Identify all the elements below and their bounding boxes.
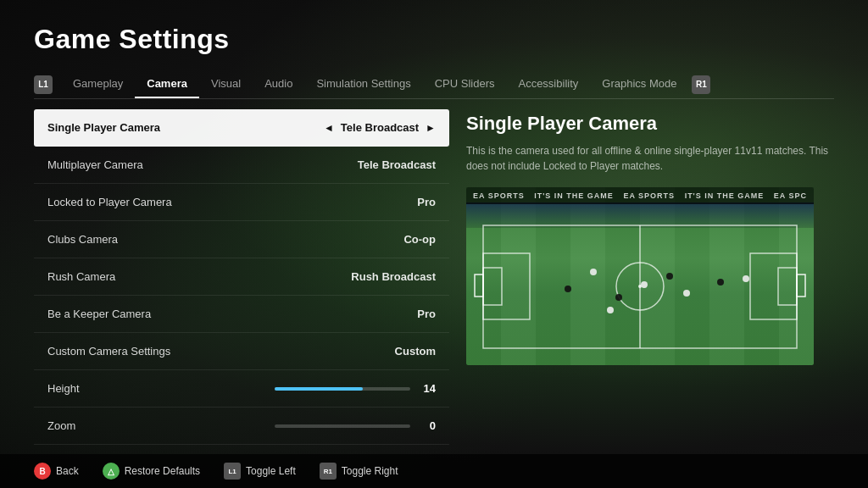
setting-label-multiplayer: Multiplayer Camera [47,158,143,171]
setting-value-single-player: Tele Broadcast [341,121,419,134]
page-title: Game Settings [34,24,834,55]
restore-label: Restore Defaults [125,465,200,477]
svg-rect-5 [483,268,502,305]
setting-label-keeper: Be a Keeper Camera [47,308,151,320]
setting-height[interactable]: Height 14 [34,370,449,408]
arrow-right-icon: ► [426,122,436,134]
svg-point-15 [683,290,690,297]
setting-value-multiplayer: Tele Broadcast [358,158,436,171]
tab-audio[interactable]: Audio [253,70,304,98]
svg-point-12 [615,294,622,301]
svg-rect-4 [483,253,530,319]
info-description: This is the camera used for all offline … [466,143,834,174]
svg-point-11 [590,269,597,275]
tab-simulation[interactable]: Simulation Settings [304,70,422,98]
tab-cpu-sliders[interactable]: CPU Sliders [423,70,507,98]
svg-rect-8 [778,268,797,305]
svg-point-16 [717,279,724,286]
tab-visual[interactable]: Visual [199,70,253,98]
banner-text-3: EA SPORTS [623,191,675,200]
setting-label-clubs: Clubs Camera [47,233,118,246]
svg-rect-9 [797,274,805,297]
svg-point-18 [743,275,749,282]
r1-button[interactable]: R1 [692,75,710,94]
toggle-left-button[interactable]: L1 Toggle Left [224,463,296,480]
setting-value-keeper: Pro [417,308,436,320]
svg-point-10 [565,286,571,292]
svg-point-14 [666,273,673,280]
main-layout: Single Player Camera ◄ Tele Broadcast ► … [34,109,834,445]
tab-gameplay[interactable]: Gameplay [61,70,135,98]
setting-single-player-camera[interactable]: Single Player Camera ◄ Tele Broadcast ► [34,109,449,147]
r1-footer-icon: R1 [320,463,337,480]
setting-value-custom: Custom [395,345,436,358]
setting-locked-player-camera[interactable]: Locked to Player Camera Pro [34,184,449,221]
toggle-right-button[interactable]: R1 Toggle Right [320,463,398,480]
field-lines-svg [466,187,814,365]
tab-camera[interactable]: Camera [135,70,199,98]
setting-value-locked: Pro [417,196,436,208]
arrow-left-icon: ◄ [324,122,334,134]
tab-graphics[interactable]: Graphics Mode [590,70,688,98]
setting-rush-camera[interactable]: Rush Camera Rush Broadcast [34,258,449,296]
height-slider-fill [275,387,363,391]
b-button-icon: B [34,463,51,480]
height-slider-wrap: 14 [80,382,436,395]
info-panel: Single Player Camera This is the camera … [466,109,834,445]
setting-label-custom: Custom Camera Settings [47,345,170,358]
l1-footer-icon: L1 [224,463,241,480]
setting-custom-camera[interactable]: Custom Camera Settings Custom [34,333,449,370]
banner-text-4: IT'S IN THE GAME [685,191,765,200]
setting-multiplayer-camera[interactable]: Multiplayer Camera Tele Broadcast [34,147,449,184]
setting-label-rush: Rush Camera [47,270,115,283]
svg-rect-6 [475,274,483,297]
field-preview: EA SPORTS IT'S IN THE GAME EA SPORTS IT'… [466,187,814,365]
setting-value-clubs: Co-op [403,233,436,246]
svg-point-17 [607,307,614,313]
banner-text-2: IT'S IN THE GAME [534,191,614,200]
setting-label-zoom: Zoom [47,419,75,432]
back-label: Back [56,465,79,477]
toggle-right-label: Toggle Right [342,465,398,477]
l1-button[interactable]: L1 [34,75,53,94]
toggle-left-label: Toggle Left [246,465,296,477]
info-title: Single Player Camera [466,113,834,135]
setting-value-rush: Rush Broadcast [351,270,436,283]
zoom-slider-wrap: 0 [75,419,436,432]
height-slider-value: 14 [419,382,436,395]
back-button[interactable]: B Back [34,463,79,480]
svg-rect-7 [750,253,797,319]
settings-panel: Single Player Camera ◄ Tele Broadcast ► … [34,109,449,445]
setting-clubs-camera[interactable]: Clubs Camera Co-op [34,221,449,258]
tab-accessibility[interactable]: Accessibility [506,70,590,98]
setting-zoom[interactable]: Zoom 0 [34,408,449,445]
banner-text-1: EA SPORTS [473,191,525,200]
svg-point-13 [641,281,648,288]
active-value-wrap: ◄ Tele Broadcast ► [324,121,436,134]
restore-defaults-button[interactable]: △ Restore Defaults [103,463,200,480]
preview-banner: EA SPORTS IT'S IN THE GAME EA SPORTS IT'… [466,187,814,204]
setting-label-single-player: Single Player Camera [47,121,160,134]
tab-bar: L1 Gameplay Camera Visual Audio Simulati… [34,70,834,99]
setting-label-height: Height [47,382,80,395]
zoom-slider-value: 0 [419,419,436,432]
height-slider-track[interactable] [275,387,410,391]
footer: B Back △ Restore Defaults L1 Toggle Left… [0,454,868,488]
content-wrapper: Game Settings L1 Gameplay Camera Visual … [0,0,868,445]
banner-text-5: EA SPC [774,191,807,200]
zoom-slider-track[interactable] [275,424,410,428]
triangle-button-icon: △ [103,463,120,480]
setting-keeper-camera[interactable]: Be a Keeper Camera Pro [34,296,449,333]
setting-label-locked: Locked to Player Camera [47,196,172,208]
camera-preview: EA SPORTS IT'S IN THE GAME EA SPORTS IT'… [466,187,814,365]
